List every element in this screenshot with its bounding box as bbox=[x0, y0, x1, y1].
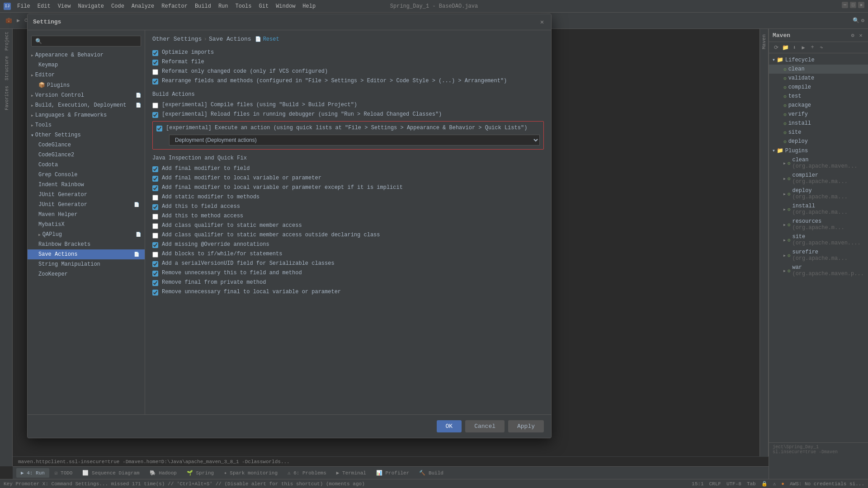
toolbar-icon-2[interactable]: ▶ bbox=[15, 16, 22, 25]
sidebar-zookeeper[interactable]: ZooKeeper bbox=[28, 269, 145, 279]
add-blocks-checkbox[interactable] bbox=[152, 252, 158, 258]
maven-plugin-deploy[interactable]: ▶ ⚙ deploy (org.apache.ma... bbox=[769, 186, 868, 202]
compile-item[interactable]: [experimental] Compile files (using "Bui… bbox=[152, 100, 544, 110]
maven-add-icon[interactable]: 📁 bbox=[782, 44, 789, 51]
menu-build[interactable]: Build bbox=[192, 2, 214, 10]
deployment-dropdown[interactable]: Deployment (Deployment actions) None bbox=[169, 135, 540, 145]
maven-settings-icon[interactable]: ⚙ bbox=[849, 32, 856, 39]
tab-spring[interactable]: 🌱 Spring bbox=[182, 468, 218, 478]
add-this-method-item[interactable]: Add this to method access bbox=[152, 211, 544, 221]
maven-close-icon[interactable]: ✕ bbox=[857, 32, 864, 39]
add-this-field-checkbox[interactable] bbox=[152, 204, 158, 210]
compile-checkbox[interactable] bbox=[152, 103, 158, 108]
maven-deploy[interactable]: ⚙ deploy bbox=[769, 137, 868, 146]
settings-icon[interactable]: ⚙ bbox=[861, 17, 864, 24]
maven-plugins-header[interactable]: ▼ 📁 Plugins bbox=[769, 146, 868, 155]
menu-git[interactable]: Git bbox=[256, 2, 272, 10]
sidebar-junit-generator-2[interactable]: JUnit Generator 📄 bbox=[28, 200, 145, 210]
sidebar-build[interactable]: ▶ Build, Execution, Deployment 📄 bbox=[28, 100, 145, 110]
add-final-local-checkbox[interactable] bbox=[152, 176, 158, 182]
sidebar-codota[interactable]: Codota bbox=[28, 160, 145, 170]
remove-final-checkbox[interactable] bbox=[152, 280, 158, 286]
sidebar-indent-rainbow[interactable]: Indent Rainbow bbox=[28, 180, 145, 190]
maven-package[interactable]: ⚙ package bbox=[769, 101, 868, 110]
tab-profiler[interactable]: 📊 Profiler bbox=[372, 468, 414, 478]
add-final-field-item[interactable]: Add final modifier to field bbox=[152, 164, 544, 174]
sidebar-maven-helper[interactable]: Maven Helper bbox=[28, 210, 145, 220]
maven-skip-icon[interactable]: ↷ bbox=[818, 44, 825, 51]
dialog-close-button[interactable]: ✕ bbox=[538, 19, 546, 26]
maximize-button[interactable]: □ bbox=[850, 2, 856, 8]
favorites-tab[interactable]: Favorites bbox=[0, 83, 12, 113]
close-button[interactable]: ✕ bbox=[858, 2, 864, 8]
sidebar-qaplug[interactable]: ▶ QAPlug 📄 bbox=[28, 230, 145, 239]
status-crlf[interactable]: CRLF bbox=[709, 481, 721, 487]
tab-hadoop[interactable]: 🐘 Hadoop bbox=[145, 468, 181, 478]
add-final-local-implicit-item[interactable]: Add final modifier to local variable or … bbox=[152, 183, 544, 192]
search-everywhere-icon[interactable]: 🔍 bbox=[853, 17, 859, 24]
menu-analyze[interactable]: Analyze bbox=[129, 2, 157, 10]
add-blocks-item[interactable]: Add blocks to if/while/for statements bbox=[152, 249, 544, 259]
sidebar-languages[interactable]: ▶ Languages & Frameworks bbox=[28, 110, 145, 120]
sidebar-codeglance[interactable]: CodeGlance bbox=[28, 140, 145, 150]
sidebar-appearance[interactable]: ▶ Appearance & Behavior bbox=[28, 50, 145, 60]
add-override-item[interactable]: Add missing @Override annotations bbox=[152, 240, 544, 249]
status-position[interactable]: 15:1 bbox=[692, 481, 703, 487]
maven-plugin-install[interactable]: ▶ ⚙ install (org.apache.ma... bbox=[769, 202, 868, 217]
reload-item[interactable]: [experimental] Reload files in running d… bbox=[152, 110, 544, 119]
sidebar-editor[interactable]: ▶ Editor bbox=[28, 70, 145, 80]
add-serial-checkbox[interactable] bbox=[152, 261, 158, 267]
maven-refresh-icon[interactable]: ⟳ bbox=[773, 44, 780, 51]
sidebar-save-actions[interactable]: Save Actions 📄 bbox=[28, 249, 145, 259]
add-this-method-checkbox[interactable] bbox=[152, 214, 158, 220]
add-static-item[interactable]: Add static modifier to methods bbox=[152, 192, 544, 202]
sidebar-rainbow-brackets[interactable]: Rainbow Brackets bbox=[28, 239, 145, 249]
add-final-local-item[interactable]: Add final modifier to local variable or … bbox=[152, 174, 544, 183]
maven-validate[interactable]: ⚙ validate bbox=[769, 74, 868, 83]
sidebar-vcs[interactable]: ▶ Version Control 📄 bbox=[28, 90, 145, 100]
sidebar-other-settings[interactable]: ▼ Other Settings bbox=[28, 130, 145, 140]
add-class-qualifier-checkbox[interactable] bbox=[152, 223, 158, 229]
add-class-qualifier-outside-item[interactable]: Add class qualifier to static member acc… bbox=[152, 230, 544, 240]
reformat-changed-item[interactable]: Reformat only changed code (only if VCS … bbox=[152, 67, 544, 76]
structure-tab[interactable]: Structure bbox=[0, 53, 12, 83]
tab-problems[interactable]: ⚠ 6: Problems bbox=[283, 468, 331, 478]
menu-tools[interactable]: Tools bbox=[233, 2, 255, 10]
add-final-field-checkbox[interactable] bbox=[152, 166, 158, 172]
tab-todo[interactable]: ☑ TODO bbox=[50, 468, 77, 478]
maven-plugin-resources[interactable]: ▶ ⚙ resources (org.apache.m... bbox=[769, 217, 868, 232]
maven-install[interactable]: ⚙ install bbox=[769, 119, 868, 128]
maven-plugin-surefire[interactable]: ▶ ⚙ surefire (org.apache.ma... bbox=[769, 248, 868, 263]
execute-checkbox[interactable] bbox=[156, 126, 162, 131]
sidebar-grep-console[interactable]: Grep Console bbox=[28, 170, 145, 180]
remove-unnecessary-final-checkbox[interactable] bbox=[152, 290, 158, 296]
status-tab[interactable]: Tab bbox=[747, 481, 756, 487]
maven-compile[interactable]: ⚙ compile bbox=[769, 83, 868, 92]
menu-window[interactable]: Window bbox=[273, 2, 298, 10]
maven-download-icon[interactable]: ⬇ bbox=[791, 44, 798, 51]
maven-site[interactable]: ⚙ site bbox=[769, 128, 868, 137]
remove-unnecessary-this-item[interactable]: Remove unnecessary this to field and met… bbox=[152, 268, 544, 278]
toolbar-icon-1[interactable]: 💼 bbox=[4, 16, 14, 25]
menu-code[interactable]: Code bbox=[108, 2, 127, 10]
maven-plugin-compiler[interactable]: ▶ ⚙ compiler (org.apache.ma... bbox=[769, 171, 868, 186]
maven-run-icon[interactable]: ▶ bbox=[800, 44, 807, 51]
add-static-checkbox[interactable] bbox=[152, 195, 158, 201]
maven-lifecycle-header[interactable]: ▼ 📁 Lifecycle bbox=[769, 55, 868, 65]
menu-run[interactable]: Run bbox=[216, 2, 231, 10]
add-override-checkbox[interactable] bbox=[152, 242, 158, 248]
tab-sequence-diagram[interactable]: ⬜ Sequence Diagram bbox=[78, 468, 144, 478]
maven-vertical-tab[interactable]: Maven bbox=[760, 31, 768, 53]
apply-button[interactable]: Apply bbox=[508, 420, 544, 432]
sidebar-mybatisx[interactable]: MybatisX bbox=[28, 220, 145, 230]
sidebar-plugins[interactable]: 📦 Plugins bbox=[28, 80, 145, 90]
menu-edit[interactable]: Edit bbox=[35, 2, 53, 10]
maven-plugin-clean[interactable]: ▶ ⚙ clean (org.apache.maven... bbox=[769, 155, 868, 171]
maven-plus-icon[interactable]: + bbox=[809, 44, 816, 51]
menu-refactor[interactable]: Refactor bbox=[159, 2, 190, 10]
menu-navigate[interactable]: Navigate bbox=[75, 2, 107, 10]
rearrange-checkbox[interactable] bbox=[152, 79, 158, 84]
sidebar-codeglance2[interactable]: CodeGlance2 bbox=[28, 150, 145, 160]
maven-clean[interactable]: ⚙ clean bbox=[769, 65, 868, 74]
status-encoding[interactable]: UTF-8 bbox=[726, 481, 741, 487]
